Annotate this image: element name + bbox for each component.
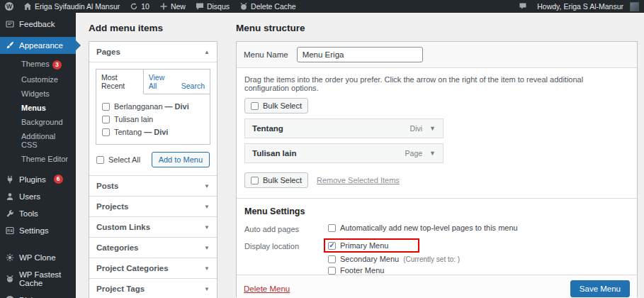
save-menu-button[interactable]: Save Menu (570, 280, 630, 297)
remove-selected-items-link[interactable]: Remove Selected Items (317, 176, 400, 184)
bulk-select-checkbox[interactable] (251, 102, 259, 110)
theme-editor-label: Theme Editor (21, 155, 68, 163)
select-all-control: Select All (96, 155, 140, 164)
sidebar-item-additional-css[interactable]: Additional CSS (0, 129, 76, 152)
updates-link[interactable]: 10 (125, 0, 154, 13)
page-checkbox[interactable] (102, 116, 110, 123)
sidebar-item-users[interactable]: Users (0, 188, 76, 205)
users-label: Users (19, 192, 40, 201)
menu-item-type: Page (405, 149, 423, 158)
select-all-checkbox[interactable] (96, 156, 104, 164)
menu-structure-panel: Menu Name Drag the items into the order … (236, 41, 638, 297)
sidebar-item-theme-editor[interactable]: Theme Editor (0, 152, 76, 166)
auto-add-pages-checkbox[interactable] (328, 224, 336, 232)
wp-logo-menu[interactable]: W (0, 0, 18, 13)
admin-bar-comments-shortcut[interactable] (514, 2, 532, 11)
sidebar-item-background[interactable]: Background (0, 115, 76, 129)
plugins-icon (6, 175, 14, 184)
disqus-label: Disqus (207, 2, 230, 11)
site-name-link[interactable]: Eriga Syifaudin Al Mansur (18, 0, 125, 13)
pages-section-header[interactable]: Pages ▲ (89, 42, 217, 62)
sidebar-item-settings[interactable]: Settings (0, 222, 76, 239)
themes-label: Themes (21, 60, 50, 68)
page-item-label: Tentang— Divi (114, 128, 168, 136)
page-checkbox[interactable] (102, 103, 110, 111)
sidebar-item-widgets[interactable]: Widgets (0, 87, 76, 101)
admin-sidebar: Feedback Appearance Themes3 Customize Wi… (0, 13, 76, 298)
sidebar-item-appearance[interactable]: Appearance (0, 37, 76, 54)
menu-structure-body: Drag the items into the order you prefer… (237, 68, 637, 275)
menu-name-row: Menu Name (237, 42, 637, 68)
chevron-down-icon[interactable]: ▼ (429, 125, 436, 132)
page-checkbox[interactable] (102, 128, 110, 136)
project-tags-section-label: Project Tags (96, 285, 145, 293)
howdy-label: Howdy, Eriga S Al-Mansur (537, 2, 623, 11)
main-content: Add menu items Pages ▲ Most Recent View … (76, 13, 644, 298)
custom-links-section-header[interactable]: Custom Links ▼ (89, 216, 217, 237)
cheetah-icon (239, 2, 248, 11)
bulk-select-toggle-bottom[interactable]: Bulk Select (244, 172, 308, 188)
projects-section-label: Projects (96, 202, 128, 211)
add-to-menu-button[interactable]: Add to Menu (152, 152, 210, 167)
tools-icon (6, 209, 14, 218)
display-location-label: Display location (244, 241, 328, 275)
plugins-label: Plugins (19, 175, 46, 184)
updates-count: 10 (141, 2, 149, 11)
bulk-select-checkbox[interactable] (251, 177, 259, 184)
bulk-select-toggle-top[interactable]: Bulk Select (244, 98, 308, 114)
add-menu-items-title: Add menu items (89, 23, 218, 33)
primary-menu-label: Primary Menu (340, 241, 388, 250)
tab-most-recent[interactable]: Most Recent (96, 70, 144, 94)
menus-label: Menus (21, 104, 46, 112)
delete-cache-menu[interactable]: Delete Cache (235, 0, 301, 13)
project-tags-section-header[interactable]: Project Tags ▼ (89, 278, 217, 298)
categories-section-header[interactable]: Categories ▼ (89, 237, 217, 258)
pages-tab-box: Most Recent View All Search Berlangganan… (96, 69, 210, 145)
secondary-menu-option: Secondary Menu (Currently set to: ) (328, 255, 460, 263)
secondary-menu-checkbox[interactable] (328, 255, 336, 263)
footer-menu-checkbox[interactable] (328, 267, 336, 275)
disqus-menu[interactable]: Disqus (191, 0, 235, 13)
primary-menu-checkbox[interactable] (328, 242, 336, 250)
sidebar-item-themes[interactable]: Themes3 (0, 57, 76, 72)
chevron-up-icon: ▲ (204, 49, 210, 55)
settings-icon (6, 226, 14, 235)
sidebar-item-divi[interactable]: D Divi (0, 292, 76, 298)
projects-section-header[interactable]: Projects ▼ (89, 196, 217, 216)
sidebar-separator (0, 239, 76, 249)
chevron-down-icon: ▼ (204, 183, 210, 189)
menu-item-tentang[interactable]: Tentang Divi ▼ (244, 118, 444, 138)
new-content-menu[interactable]: New (154, 0, 191, 13)
my-account-menu[interactable]: Howdy, Eriga S Al-Mansur (532, 2, 644, 11)
tab-search[interactable]: Search (176, 78, 210, 94)
accordion-section-projects: Projects ▼ (89, 196, 217, 216)
pages-section-body: Most Recent View All Search Berlangganan… (89, 62, 217, 175)
new-label: New (171, 2, 186, 11)
sidebar-item-wp-fastest-cache[interactable]: WP Fastest Cache (0, 266, 76, 292)
feedback-icon (6, 20, 14, 28)
project-categories-section-header[interactable]: Project Categories ▼ (89, 258, 217, 278)
chevron-down-icon: ▼ (204, 224, 210, 231)
sidebar-item-wp-clone[interactable]: WP Clone (0, 249, 76, 266)
accordion-section-custom-links: Custom Links ▼ (89, 216, 217, 237)
page-checkbox-row: Tulisan lain (101, 113, 205, 126)
menu-item-tulisan-lain[interactable]: Tulisan lain Page ▼ (244, 143, 444, 163)
sidebar-item-menus[interactable]: Menus (0, 101, 76, 115)
menu-item-label: Tentang (252, 124, 283, 133)
menu-name-input[interactable] (297, 47, 423, 62)
sidebar-feedback-label: Feedback (19, 20, 55, 28)
plugins-update-badge: 6 (54, 175, 63, 184)
sidebar-item-customize[interactable]: Customize (0, 72, 76, 87)
primary-menu-option: Primary Menu (324, 238, 419, 253)
delete-menu-link[interactable]: Delete Menu (244, 285, 290, 293)
menu-structure-column: Menu structure Menu Name Drag the items … (236, 23, 638, 298)
tab-view-all[interactable]: View All (144, 70, 176, 94)
sidebar-item-tools[interactable]: Tools (0, 205, 76, 222)
posts-section-header[interactable]: Posts ▼ (89, 175, 217, 196)
sidebar-item-plugins[interactable]: Plugins6 (0, 170, 76, 188)
additional-css-label: Additional CSS (21, 132, 55, 149)
chevron-down-icon[interactable]: ▼ (429, 150, 436, 157)
wp-fastest-cache-label: WP Fastest Cache (19, 270, 70, 287)
sidebar-item-feedback[interactable]: Feedback (0, 16, 76, 33)
footer-menu-label: Footer Menu (340, 266, 384, 275)
